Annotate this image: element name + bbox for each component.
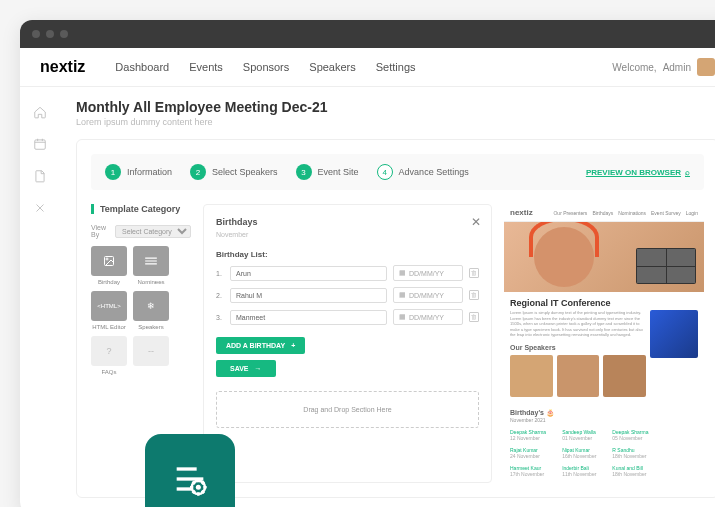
category-select[interactable]: Select Category [115, 225, 191, 238]
bday-date: 01 November [562, 435, 596, 441]
delete-icon[interactable]: 🗑 [469, 290, 479, 300]
date-input[interactable]: ▦DD/MM/YY [393, 265, 463, 281]
document-icon[interactable] [33, 169, 47, 183]
top-nav: nextiz Dashboard Events Sponsors Speaker… [20, 48, 715, 87]
welcome-label: Welcome, [612, 62, 656, 73]
nav-events[interactable]: Events [189, 61, 223, 73]
welcome-user: Admin [663, 62, 691, 73]
date-input[interactable]: ▦DD/MM/YY [393, 309, 463, 325]
preview-nav-item[interactable]: Event Survey [651, 210, 681, 216]
nav-links: Dashboard Events Sponsors Speakers Setti… [115, 61, 415, 73]
left-rail [20, 87, 60, 507]
window-min-dot[interactable] [46, 30, 54, 38]
conference-body: Lorem Ipsum is simply dummy text of the … [504, 310, 704, 338]
svg-rect-0 [35, 140, 46, 149]
titlebar [20, 20, 715, 48]
delete-icon[interactable]: 🗑 [469, 312, 479, 322]
nav-sponsors[interactable]: Sponsors [243, 61, 289, 73]
step-event-site[interactable]: 3Event Site [296, 164, 359, 180]
speaker-photo [510, 355, 553, 397]
window-close-dot[interactable] [32, 30, 40, 38]
tile-nominees[interactable]: Nominees [133, 246, 169, 285]
tools-icon[interactable] [33, 201, 47, 215]
close-icon[interactable]: ✕ [471, 215, 481, 229]
save-button[interactable]: SAVE→ [216, 360, 276, 377]
list-gear-icon [170, 459, 210, 499]
calendar-icon: ▦ [399, 291, 406, 299]
tile-divider[interactable]: -- [133, 336, 169, 375]
calendar-icon: ▦ [399, 269, 406, 277]
preview-brand: nextiz [510, 208, 533, 217]
welcome-area: Welcome, Admin [612, 58, 715, 76]
page-subtitle: Lorem ipsum dummy content here [76, 117, 715, 127]
tile-html[interactable]: <HTML>HTML Editor [91, 291, 127, 330]
bday-date: 24 November [510, 453, 546, 459]
bday-date: 18th November [612, 471, 648, 477]
stepper: 1Information 2Select Speakers 3Event Sit… [91, 154, 704, 190]
calendar-icon: ▦ [399, 313, 406, 321]
window-max-dot[interactable] [60, 30, 68, 38]
svg-point-7 [196, 485, 201, 490]
birthday-row: 1. ▦DD/MM/YY 🗑 [216, 265, 479, 281]
arrow-right-icon: → [255, 365, 262, 372]
brand-logo[interactable]: nextiz [40, 58, 85, 76]
svg-rect-3 [177, 467, 197, 470]
preview-header: nextiz Our Presenters Birthdays Nominati… [504, 204, 704, 222]
form-month: November [216, 231, 479, 238]
preview-on-browser-link[interactable]: PREVIEW ON BROWSER⌕ [586, 168, 690, 177]
birthday-month: November 2021 [510, 417, 698, 423]
list-label: Birthday List: [216, 250, 479, 259]
birthday-row: 2. ▦DD/MM/YY 🗑 [216, 287, 479, 303]
side-image [650, 310, 698, 358]
preview-nav-item[interactable]: Login [686, 210, 698, 216]
preview-nav-item[interactable]: Birthdays [592, 210, 613, 216]
bday-date: 16th November [562, 453, 596, 459]
name-input[interactable] [230, 288, 387, 303]
name-input[interactable] [230, 266, 387, 281]
delete-icon[interactable]: 🗑 [469, 268, 479, 278]
svg-rect-5 [177, 487, 192, 490]
tile-faqs[interactable]: ?FAQs [91, 336, 127, 375]
search-icon: ⌕ [685, 168, 690, 177]
add-birthday-button[interactable]: ADD A BIRTHDAY+ [216, 337, 305, 354]
tile-speakers[interactable]: ❄Speakers [133, 291, 169, 330]
drag-drop-zone[interactable]: Drag and Drop Section Here [216, 391, 479, 428]
viewby-label: View By [91, 224, 111, 238]
conference-title: Regional IT Conference [504, 292, 704, 310]
calendar-icon[interactable] [33, 137, 47, 151]
nav-speakers[interactable]: Speakers [309, 61, 355, 73]
preview-nav-item[interactable]: Our Presenters [553, 210, 587, 216]
name-input[interactable] [230, 310, 387, 325]
avatar[interactable] [697, 58, 715, 76]
step-information[interactable]: 1Information [105, 164, 172, 180]
nav-dashboard[interactable]: Dashboard [115, 61, 169, 73]
bday-date: 11th November [562, 471, 596, 477]
bday-date: 12 November [510, 435, 546, 441]
floating-settings-badge[interactable] [145, 434, 235, 507]
template-category-header: Template Category [91, 204, 191, 214]
speaker-photo [557, 355, 600, 397]
birthday-section-title: Birthday's 🎂 [510, 409, 698, 417]
birthday-row: 3. ▦DD/MM/YY 🗑 [216, 309, 479, 325]
form-title: Birthdays [216, 217, 479, 227]
home-icon[interactable] [33, 105, 47, 119]
preview-panel: nextiz Our Presenters Birthdays Nominati… [504, 204, 704, 483]
speaker-photo [603, 355, 646, 397]
bday-date: 18th November [612, 453, 648, 459]
step-advance[interactable]: 4Advance Settings [377, 164, 469, 180]
tile-birthday[interactable]: Birthday [91, 246, 127, 285]
hero-image [504, 222, 704, 292]
date-input[interactable]: ▦DD/MM/YY [393, 287, 463, 303]
bday-date: 17th November [510, 471, 546, 477]
plus-icon: + [291, 342, 295, 349]
app-window: nextiz Dashboard Events Sponsors Speaker… [20, 20, 715, 507]
step-speakers[interactable]: 2Select Speakers [190, 164, 278, 180]
page-title: Monthly All Employee Meeting Dec-21 [76, 99, 715, 115]
svg-point-2 [106, 258, 108, 260]
nav-settings[interactable]: Settings [376, 61, 416, 73]
bday-date: 05 November [612, 435, 648, 441]
form-panel: ✕ Birthdays November Birthday List: 1. ▦… [203, 204, 492, 483]
preview-nav-item[interactable]: Nominations [618, 210, 646, 216]
